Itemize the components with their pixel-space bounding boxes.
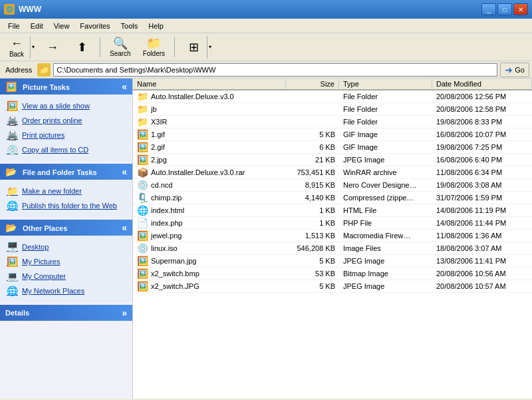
file-size-cell: 1 KB [286, 218, 339, 228]
picture-tasks-collapse-icon: « [122, 81, 127, 92]
task-my-pictures[interactable]: 🖼️ My Pictures [5, 254, 127, 269]
details-header[interactable]: Details » [0, 305, 132, 321]
file-type-cell: Compressed (zippe… [339, 193, 432, 202]
search-button[interactable]: 🔍 Search [105, 35, 136, 59]
back-button[interactable]: ← Back ▾ [3, 35, 37, 59]
details-title: Details [5, 309, 29, 317]
other-places-icon: 📂 [5, 222, 17, 233]
picture-tasks-body: 🖼️ View as a slide show 🖨️ Order prints … [0, 95, 132, 161]
network-places-icon: 🌐 [7, 286, 18, 296]
file-name: index.php [151, 219, 183, 227]
my-computer-icon: 💻 [7, 271, 18, 282]
close-button[interactable]: ✕ [513, 3, 528, 15]
col-header-date[interactable]: Date Modified [432, 79, 532, 89]
table-row[interactable]: 🗜️ chimp.zip 4,140 KB Compressed (zippe…… [133, 192, 532, 204]
menu-help[interactable]: Help [143, 21, 169, 31]
copy-cd-icon: 💿 [7, 144, 18, 155]
menu-file[interactable]: File [3, 21, 25, 31]
file-date-cell: 13/08/2006 11:41 PM [432, 256, 532, 266]
forward-button[interactable]: → [39, 35, 66, 59]
task-new-folder[interactable]: 📁 Make a new folder [5, 184, 127, 198]
table-row[interactable]: 📁 Auto.Installer.Deluxe.v3.0 File Folder… [133, 91, 532, 103]
file-type-icon: 🖼️ [137, 154, 148, 165]
task-network-places[interactable]: 🌐 My Network Places [5, 284, 127, 298]
main-area: 🖼️ Picture Tasks « 🖼️ View as a slide sh… [0, 79, 532, 399]
file-type-icon: 📄 [137, 218, 148, 228]
publish-icon: 🌐 [7, 200, 18, 211]
menu-edit[interactable]: Edit [25, 21, 49, 31]
folders-button[interactable]: 📁 Folders [138, 35, 170, 59]
menu-view[interactable]: View [49, 21, 75, 31]
file-name: Superman.jpg [151, 257, 197, 265]
table-row[interactable]: 💿 cd.ncd 8,915 KB Nero Cover Designe… 19… [133, 179, 532, 192]
file-name: X3IR [151, 118, 167, 126]
task-copy-cd[interactable]: 💿 Copy all items to CD [5, 142, 127, 157]
file-folder-tasks-header[interactable]: 📂 File and Folder Tasks « [0, 164, 132, 180]
task-publish-label: Publish this folder to the Web [22, 202, 117, 210]
views-button[interactable]: ⊞ ▾ [180, 35, 213, 59]
table-row[interactable]: 📄 index.php 1 KB PHP File 14/08/2006 11:… [133, 217, 532, 230]
task-slideshow[interactable]: 🖼️ View as a slide show [5, 99, 127, 113]
file-name-cell: 🌐 index.html [133, 204, 286, 216]
task-my-computer[interactable]: 💻 My Computer [5, 269, 127, 284]
table-row[interactable]: 🖼️ x2_switch.bmp 53 KB Bitmap Image 20/0… [133, 268, 532, 280]
toolbar: ← Back ▾ → ⬆ 🔍 Search 📁 Folders ⊞ ▾ [0, 33, 532, 61]
file-folder-tasks-body: 📁 Make a new folder 🌐 Publish this folde… [0, 180, 132, 217]
other-places-header[interactable]: 📂 Other Places « [0, 220, 132, 236]
table-row[interactable]: 📁 jb File Folder 20/08/2006 12:58 PM [133, 103, 532, 116]
up-button[interactable]: ⬆ [68, 35, 95, 59]
back-dropdown-arrow[interactable]: ▾ [30, 36, 36, 59]
file-size-cell: 53 KB [286, 269, 339, 278]
address-input[interactable] [53, 63, 497, 77]
table-row[interactable]: 🖼️ jewel.png 1,513 KB Macromedia Firew… … [133, 230, 532, 242]
go-button[interactable]: ➜ Go [500, 63, 529, 77]
address-folder-icon: 📁 [37, 63, 51, 77]
file-date-cell: 14/08/2006 11:19 PM [432, 206, 532, 215]
file-type-icon: 🖼️ [137, 281, 148, 292]
task-desktop[interactable]: 🖥️ Desktop [5, 240, 127, 254]
file-date-cell: 20/08/2006 12:58 PM [432, 104, 532, 114]
file-list-body: 📁 Auto.Installer.Deluxe.v3.0 File Folder… [133, 91, 532, 293]
table-row[interactable]: 🖼️ x2_switch.JPG 5 KB JPEG Image 20/08/2… [133, 280, 532, 293]
views-dropdown-arrow[interactable]: ▾ [207, 36, 213, 59]
file-name-cell: 📁 jb [133, 103, 286, 115]
menubar: File Edit View Favorites Tools Help [0, 19, 532, 33]
maximize-button[interactable]: □ [497, 3, 512, 15]
file-size-cell: 546,208 KB [286, 244, 339, 253]
file-type-cell: File Folder [339, 92, 432, 101]
task-order-prints[interactable]: 🖨️ Order prints online [5, 113, 127, 128]
file-type-cell: PHP File [339, 218, 432, 228]
col-header-name[interactable]: Name [133, 79, 286, 89]
file-name: 2.jpg [151, 156, 167, 164]
menu-tools[interactable]: Tools [116, 21, 144, 31]
file-type-cell: GIF Image [339, 130, 432, 139]
file-date-cell: 19/08/2006 8:33 PM [432, 117, 532, 126]
col-header-type[interactable]: Type [339, 79, 432, 89]
window-title: WWW [19, 5, 41, 14]
table-row[interactable]: 🖼️ 2.gif 6 KB GIF Image 19/08/2006 7:25 … [133, 141, 532, 154]
other-places-section: 📂 Other Places « 🖥️ Desktop 🖼️ My Pictur… [0, 220, 132, 302]
table-row[interactable]: 🖼️ 2.jpg 21 KB JPEG Image 16/08/2006 6:4… [133, 154, 532, 166]
col-header-size[interactable]: Size [286, 79, 339, 89]
picture-tasks-header[interactable]: 🖼️ Picture Tasks « [0, 79, 132, 95]
file-type-icon: 📁 [137, 116, 148, 127]
task-publish-folder[interactable]: 🌐 Publish this folder to the Web [5, 198, 127, 213]
task-desktop-label: Desktop [22, 243, 49, 251]
table-row[interactable]: 📦 Auto.Installer.Deluxe.v3.0.rar 753,451… [133, 166, 532, 179]
minimize-button[interactable]: _ [481, 3, 496, 15]
file-name-cell: 💿 linux.iso [133, 242, 286, 254]
table-row[interactable]: 💿 linux.iso 546,208 KB Image Files 18/08… [133, 242, 532, 255]
file-date-cell: 16/08/2006 6:40 PM [432, 155, 532, 164]
table-row[interactable]: 🖼️ 1.gif 5 KB GIF Image 16/08/2006 10:07… [133, 128, 532, 141]
task-print[interactable]: 🖨️ Print pictures [5, 128, 127, 142]
other-places-body: 🖥️ Desktop 🖼️ My Pictures 💻 My Computer … [0, 236, 132, 302]
file-type-cell: Bitmap Image [339, 269, 432, 278]
menu-favorites[interactable]: Favorites [74, 21, 115, 31]
table-row[interactable]: 📁 X3IR File Folder 19/08/2006 8:33 PM [133, 116, 532, 128]
file-date-cell: 16/08/2006 10:07 PM [432, 130, 532, 139]
table-row[interactable]: 🌐 index.html 1 KB HTML File 14/08/2006 1… [133, 204, 532, 217]
table-row[interactable]: 🖼️ Superman.jpg 5 KB JPEG Image 13/08/20… [133, 255, 532, 268]
file-type-cell: WinRAR archive [339, 168, 432, 177]
other-places-collapse-icon: « [122, 222, 127, 233]
file-folder-tasks-title: File and Folder Tasks [23, 168, 97, 176]
